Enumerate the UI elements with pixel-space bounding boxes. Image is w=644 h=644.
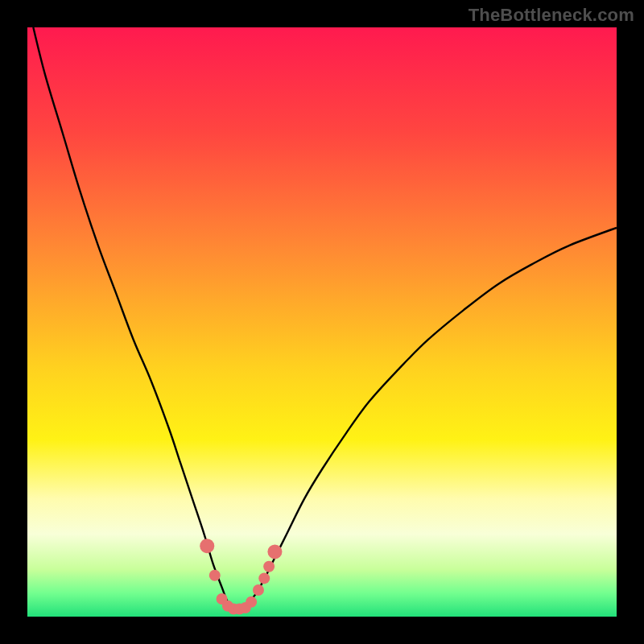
gradient-background bbox=[27, 27, 617, 617]
chart-frame: TheBottleneck.com bbox=[0, 0, 644, 644]
curve-marker bbox=[246, 597, 257, 608]
watermark-text: TheBottleneck.com bbox=[469, 5, 634, 26]
chart-svg bbox=[27, 27, 617, 617]
curve-marker bbox=[267, 544, 282, 559]
curve-marker bbox=[253, 584, 264, 596]
curve-marker bbox=[209, 570, 221, 581]
curve-marker bbox=[258, 572, 270, 584]
curve-marker bbox=[263, 561, 275, 572]
curve-marker bbox=[200, 539, 214, 553]
plot-area bbox=[27, 27, 617, 617]
